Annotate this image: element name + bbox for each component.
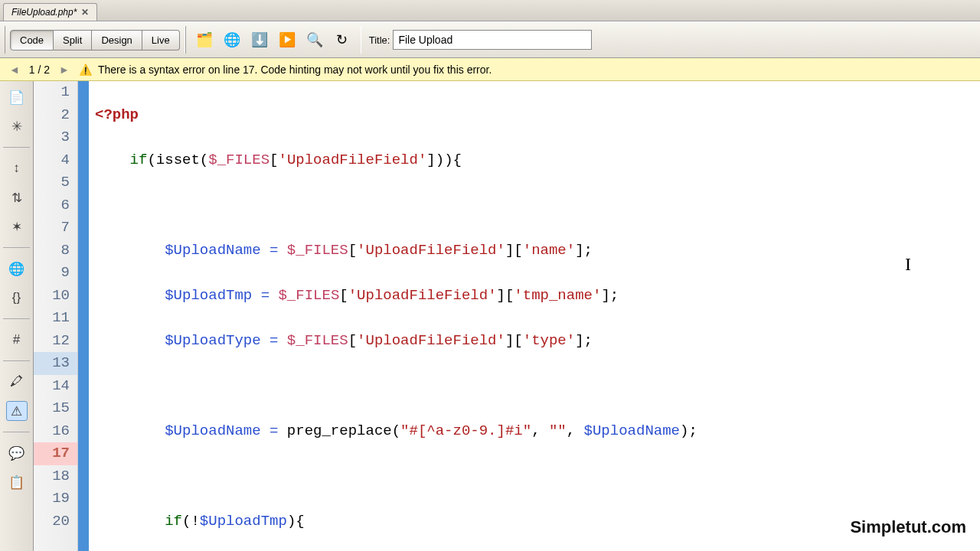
line-number: 15	[34, 397, 77, 420]
line-number: 8	[34, 240, 77, 262]
error-bar: ◄ 1 / 2 ► ⚠️ There is a syntax error on …	[0, 58, 980, 81]
warning-icon: ⚠️	[79, 64, 92, 76]
snippet-icon[interactable]: 📋	[6, 472, 28, 492]
line-number: 5	[34, 171, 77, 194]
line-number: 9	[34, 262, 77, 285]
line-number: 2	[34, 104, 77, 127]
line-number: 18	[34, 465, 77, 488]
line-gutter: 1 2 3 4 5 6 7 8 9 10 11 12 13 14 15 16 1…	[34, 81, 78, 551]
error-message: There is a syntax error on line 17. Code…	[98, 64, 492, 76]
line-number: 13	[34, 352, 77, 375]
line-number: 17	[34, 442, 77, 465]
line-number: 4	[34, 149, 77, 172]
title-input[interactable]	[393, 30, 592, 50]
line-number: 6	[34, 194, 77, 217]
highlight-icon[interactable]: 🖍	[6, 372, 28, 392]
error-prev-button[interactable]: ◄	[6, 64, 23, 76]
line-number-icon[interactable]: #	[6, 330, 28, 350]
syntax-error-icon[interactable]: ⚠	[6, 401, 28, 421]
balance-icon[interactable]: ✶	[6, 217, 28, 236]
refresh-icon[interactable]: ↻	[332, 29, 353, 51]
text-cursor-icon: I	[905, 253, 911, 276]
braces-icon[interactable]: {}	[6, 288, 28, 308]
line-number: 14	[34, 375, 77, 398]
line-number: 10	[34, 285, 77, 308]
line-number: 1	[34, 81, 77, 104]
line-number: 12	[34, 330, 77, 353]
code-content[interactable]: <?php if(isset($_FILES['UploadFileField'…	[89, 81, 980, 551]
line-number: 3	[34, 126, 77, 149]
live-view-button[interactable]: Live	[142, 30, 180, 51]
error-pager: 1 / 2	[29, 64, 50, 76]
title-label: Title:	[369, 34, 390, 46]
line-number: 11	[34, 307, 77, 330]
play-icon[interactable]: ▶️	[276, 29, 298, 51]
collapse-icon[interactable]: ↕	[6, 158, 28, 178]
line-number: 19	[34, 487, 77, 510]
expand-icon[interactable]: ⇅	[6, 187, 28, 207]
globe-small-icon[interactable]: 🌐	[6, 259, 28, 279]
file-management-icon[interactable]: 🗂️	[194, 29, 215, 51]
watermark: Simpletut.com	[850, 517, 966, 537]
gear-icon[interactable]: ✳	[6, 116, 28, 136]
code-tool-rail: 📄 ✳ ↕ ⇅ ✶ 🌐 {} # 🖍 ⚠ 💬 📋	[0, 81, 34, 551]
main-toolbar: Code Split Design Live 🗂️ 🌐 ⬇️ ▶️ 🔍 ↻ Ti…	[0, 21, 980, 58]
fold-strip[interactable]	[78, 81, 89, 551]
comment-icon[interactable]: 💬	[6, 443, 28, 463]
tab-fileupload[interactable]: FileUpload.php* ✕	[3, 3, 97, 21]
editor-area: 📄 ✳ ↕ ⇅ ✶ 🌐 {} # 🖍 ⚠ 💬 📋 1 2 3 4 5 6 7 8…	[0, 81, 980, 551]
inspect-icon[interactable]: 🔍	[304, 29, 325, 51]
file-tabs: FileUpload.php* ✕	[0, 0, 980, 21]
close-icon[interactable]: ✕	[81, 7, 89, 18]
line-number: 7	[34, 217, 77, 240]
line-number: 20	[34, 510, 77, 533]
tab-filename: FileUpload.php*	[11, 7, 77, 18]
download-icon[interactable]: ⬇️	[249, 29, 270, 51]
code-editor[interactable]: 1 2 3 4 5 6 7 8 9 10 11 12 13 14 15 16 1…	[34, 81, 980, 551]
code-view-button[interactable]: Code	[10, 30, 54, 51]
design-view-button[interactable]: Design	[92, 30, 142, 51]
open-documents-icon[interactable]: 📄	[6, 87, 28, 107]
globe-icon[interactable]: 🌐	[221, 29, 243, 51]
line-number: 16	[34, 420, 77, 443]
error-next-button[interactable]: ►	[56, 64, 73, 76]
split-view-button[interactable]: Split	[54, 30, 92, 51]
